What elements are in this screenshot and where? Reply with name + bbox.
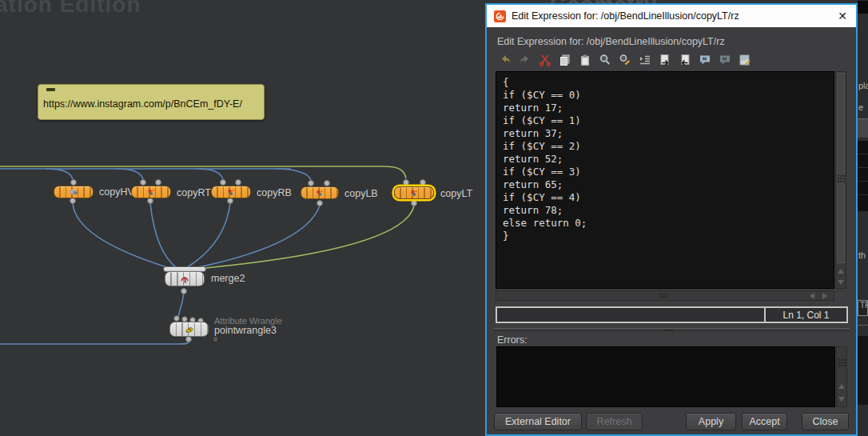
wire-copyHV-merge2	[73, 203, 169, 268]
node-copyLT-selected[interactable]	[394, 186, 434, 199]
wire-pointwrangle3-out	[0, 342, 189, 344]
indent-icon[interactable]	[638, 53, 652, 67]
quick-entry-input[interactable]	[497, 310, 764, 323]
status-bar: Ln 1, Col 1	[496, 306, 848, 323]
code-hscroll-grip[interactable]	[659, 293, 668, 299]
comment-icon[interactable]	[698, 53, 712, 67]
edit-expression-dialog: Edit Expression for: /obj/BendLineIllusi…	[485, 3, 858, 436]
paste-icon[interactable]	[578, 53, 592, 67]
wire-copyRB-merge2	[185, 203, 230, 269]
refresh-button: Refresh	[586, 413, 643, 430]
expression-toolbar	[498, 53, 752, 67]
quick-entry-field-wrap	[496, 306, 765, 323]
node-merge2[interactable]	[165, 271, 205, 286]
redo-icon[interactable]	[518, 53, 532, 67]
expression-code-text[interactable]: { if ($CY == 0) return 17; if ($CY == 1)…	[496, 72, 834, 242]
uncomment-icon[interactable]	[718, 53, 732, 67]
expression-code-area: { if ($CY == 0) return 17; if ($CY == 1)…	[496, 71, 847, 301]
wrangle-sop-icon	[184, 325, 195, 334]
cursor-position-indicator: Ln 1, Col 1	[765, 306, 848, 323]
errors-label: Errors:	[497, 334, 528, 346]
copy-icon[interactable]	[558, 53, 572, 67]
copy-sop-icon	[226, 188, 237, 196]
node-pointwrangle3[interactable]	[169, 322, 209, 337]
edit-expression-path-label: Edit Expression for: /obj/BendLineIllusi…	[497, 36, 725, 47]
code-horizontal-scrollbar[interactable]	[496, 290, 834, 301]
wire-blue-to-copyHV	[46, 169, 73, 179]
copy-sop-icon	[315, 189, 325, 197]
scroll-left-icon[interactable]	[810, 293, 814, 299]
pointwrangle3-flag-badge[interactable]	[213, 336, 218, 342]
wire-blue-to-copyRT	[117, 169, 143, 179]
wire-merge2-pointwrangle3	[178, 293, 184, 317]
copy-sop-icon	[146, 188, 157, 196]
close-button[interactable]: Close	[802, 413, 849, 430]
expression-editor-icon[interactable]	[738, 53, 752, 67]
scroll-up-icon[interactable]	[838, 269, 844, 274]
shift-left-icon[interactable]	[678, 53, 692, 67]
wire-blue-to-copyLB	[277, 169, 311, 180]
errors-vertical-scrollbar[interactable]	[836, 346, 847, 407]
wire-blue-to-copyRB	[197, 169, 223, 179]
errors-output	[496, 346, 835, 407]
scroll-down-icon[interactable]	[838, 280, 844, 285]
node-copyRB[interactable]	[211, 186, 251, 198]
cut-icon[interactable]	[538, 53, 552, 67]
houdini-logo-icon	[494, 10, 506, 22]
node-copyRT[interactable]	[131, 186, 171, 198]
find-replace-icon[interactable]	[618, 53, 632, 67]
shift-right-icon[interactable]	[658, 53, 672, 67]
splitter-grip[interactable]	[663, 329, 674, 331]
code-vertical-scrollbar[interactable]	[835, 71, 846, 289]
node-copyHV[interactable]	[54, 186, 94, 198]
accept-button[interactable]: Accept	[742, 413, 787, 430]
code-editor[interactable]: { if ($CY == 0) return 17; if ($CY == 1)…	[496, 71, 834, 289]
errors-vscroll-grip[interactable]	[838, 358, 846, 367]
scroll-right-icon[interactable]	[822, 293, 827, 299]
wire-copyLB-merge2	[191, 206, 320, 269]
node-label-copyRB: copyRB	[257, 187, 292, 198]
external-editor-button[interactable]: External Editor	[494, 413, 582, 430]
close-icon[interactable]: ✕	[838, 10, 847, 22]
node-label-merge2: merge2	[211, 273, 245, 284]
undo-icon[interactable]	[498, 53, 512, 67]
node-label-copyLT: copyLT	[440, 188, 472, 199]
wire-copyRT-merge2	[150, 203, 177, 268]
scroll-down-icon[interactable]	[838, 397, 845, 402]
code-vscroll-thumb[interactable]	[837, 73, 845, 263]
node-label-copyRT: copyRT	[177, 187, 211, 198]
merge-sop-icon	[179, 274, 190, 284]
errors-area	[496, 346, 848, 407]
node-label-pointwrangle3: pointwrangle3	[214, 325, 277, 336]
node-copyLB[interactable]	[301, 186, 339, 199]
node-label-copyLB: copyLB	[344, 188, 378, 199]
node-label-copyHV: copyHV	[99, 186, 134, 198]
copy-sop-icon	[409, 189, 420, 197]
find-icon[interactable]	[598, 53, 612, 67]
copy-sop-icon	[69, 188, 79, 196]
dialog-splitter[interactable]	[493, 328, 850, 331]
code-vscroll-grip[interactable]	[837, 174, 845, 183]
scroll-up-icon[interactable]	[838, 384, 845, 389]
apply-button[interactable]: Apply	[686, 413, 736, 430]
dialog-titlebar[interactable]: Edit Expression for: /obj/BendLineIllusi…	[487, 5, 856, 27]
houdini-app-window: ation Edition Geometry https:	[0, 0, 868, 436]
dialog-title: Edit Expression for: /obj/BendLineIllusi…	[512, 10, 739, 22]
